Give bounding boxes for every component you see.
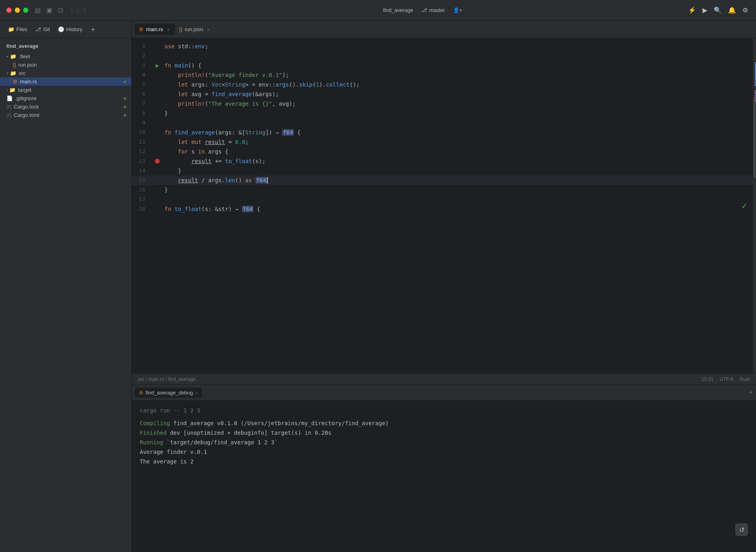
json-icon: {} (13, 62, 16, 68)
gutter-3[interactable]: ▶ (152, 61, 163, 70)
tree-item-gitignore[interactable]: 📄 .gitignore + (0, 94, 131, 103)
code-line-18: 18 fn to_float(s: &str) → f64 { (132, 204, 753, 214)
add-file-icon[interactable]: + (123, 79, 127, 85)
code-line-7: 7 println!("The average is {}", avg); (132, 99, 753, 108)
tree-item-main-rs[interactable]: ⚙ main.rs + (0, 77, 131, 86)
sidebar-toggle-icon[interactable]: ▤ (35, 6, 41, 14)
status-right: 15:31 UTF-8 Rust (701, 377, 750, 382)
tree-item-src[interactable]: ▾ 📁 src (0, 69, 131, 77)
compiling-rest: find_average v0.1.0 (/Users/jetbrains/my… (173, 420, 388, 426)
minimize-button[interactable] (15, 8, 20, 13)
gutter-13[interactable] (152, 159, 163, 164)
json-tab-icon: {} (179, 27, 182, 32)
tree-item-run-json[interactable]: {} run.json (0, 61, 131, 69)
editor-scrollbar[interactable] (753, 38, 756, 373)
chevron-down-icon: ▾ (6, 54, 8, 59)
tree-label-run-json: run.json (18, 62, 37, 68)
breakpoint-marker[interactable] (155, 159, 160, 164)
tree-label-target: target (18, 87, 31, 93)
chevron-down-icon: ▾ (6, 71, 8, 75)
branch-selector[interactable]: ⎇ master (421, 7, 445, 13)
sidebar-tabs: 📁 Files ⎇ Git 🕐 History + (0, 21, 131, 38)
refresh-button[interactable]: ↺ (735, 523, 748, 536)
status-bar: src / main.rs / find_average 15:31 UTF-8… (132, 373, 756, 384)
close-tab-run-json[interactable]: × (206, 27, 211, 32)
tree-label-main-rs: main.rs (20, 79, 37, 85)
line-content-3: fn main() { (163, 61, 753, 70)
user-menu[interactable]: 👤+ (453, 7, 463, 13)
line-num-2: 2 (132, 51, 152, 61)
bell-icon[interactable]: 🔔 (728, 6, 736, 14)
line-content-16: } (163, 185, 753, 195)
sidebar-tree: find_average ▾ 📁 .fleet {} run.json ▾ 📁 … (0, 38, 131, 552)
traffic-lights (6, 8, 28, 13)
close-button[interactable] (6, 8, 12, 13)
line-num-12: 12 (132, 147, 152, 156)
terminal-tab-icon: ⚙ (139, 390, 143, 396)
terminal-line-compiling: Compiling find_average v0.1.0 (/Users/je… (140, 418, 748, 428)
folder-icon: 📁 (10, 70, 16, 76)
line-num-1: 1 (132, 41, 152, 51)
line-content-4: println!("Average finder v.0.1"); (163, 70, 753, 80)
settings-icon[interactable]: ⚙ (742, 6, 748, 14)
line-content-5: let args: Vec<String> = env::args().skip… (163, 80, 753, 89)
add-icon[interactable]: + (123, 95, 127, 102)
close-terminal-tab[interactable]: × (196, 390, 198, 395)
project-root: find_average (0, 41, 131, 51)
lightning-icon[interactable]: ⚡ (688, 6, 696, 14)
bottom-panel-icon[interactable]: ▣ (46, 6, 52, 14)
terminal-line-running: Running `target/debug/find_average 1 2 3… (140, 438, 748, 447)
terminal-tabs: ⚙ find_average_debug × + (132, 385, 756, 401)
run-button[interactable]: ▶ (703, 6, 707, 14)
terminal-tab-debug[interactable]: ⚙ find_average_debug × (135, 388, 202, 398)
tree-item-cargo-lock[interactable]: [T] Cargo.lock + (0, 103, 131, 111)
add-terminal-button[interactable]: + (748, 388, 753, 397)
terminal-output-1: Average finder v.0.1 (140, 447, 748, 457)
code-line-2: 2 (132, 51, 753, 61)
maximize-button[interactable] (23, 8, 28, 13)
add-tab-button[interactable]: + (89, 25, 97, 34)
run-gutter-icon[interactable]: ▶ (156, 61, 159, 70)
tree-item-cargo-toml[interactable]: [T] Cargo.toml + (0, 111, 131, 119)
line-num-17: 17 (132, 195, 152, 204)
code-line-9: 9 (132, 118, 753, 128)
line-num-18: 18 (132, 204, 152, 214)
git-icon: ⎇ (35, 26, 41, 32)
code-line-13: 13 result += to_float(s); (132, 156, 753, 166)
tree-item-fleet[interactable]: ▾ 📁 .fleet (0, 52, 131, 61)
tree-item-target[interactable]: › 📁 target (0, 86, 131, 94)
line-content-6: let avg = find_average(&args); (163, 89, 753, 99)
running-rest: `target/debug/find_average 1 2 3` (166, 439, 277, 446)
line-num-15: 15 (132, 175, 152, 185)
scrollbar-thumb[interactable] (754, 98, 755, 178)
folder-icon: 📁 (9, 87, 16, 93)
line-content-7: println!("The average is {}", avg); (163, 99, 753, 108)
editor-tab-main-rs[interactable]: ⚙ main.rs × (135, 24, 175, 35)
file-language: Rust (740, 377, 750, 382)
add-icon[interactable]: + (123, 104, 127, 110)
sidebar-tab-git[interactable]: ⎇ Git (32, 25, 53, 34)
code-line-12: 12 for s in args { (132, 147, 753, 156)
line-content-13: result += to_float(s); (163, 156, 753, 166)
titlebar-center: find_average ⎇ master 👤+ (96, 7, 750, 13)
line-num-4: 4 (132, 70, 152, 80)
editor-tab-run-json[interactable]: {} run.json × (175, 24, 215, 35)
finished-rest: dev [unoptimized + debuginfo] target(s) … (170, 430, 332, 436)
sidebar-tab-history[interactable]: 🕐 History (55, 25, 85, 34)
code-editor[interactable]: 1 use std::env; 2 3 ▶ fn main() { (132, 38, 753, 373)
tree-label-cargo-toml: Cargo.toml (14, 112, 40, 118)
editor-area: ⚙ main.rs × {} run.json × 1 use std::env… (132, 21, 756, 552)
sidebar-tab-files[interactable]: 📁 Files (5, 25, 30, 34)
terminal-panel: ⚙ find_average_debug × + cargo run -- 1 … (132, 384, 756, 552)
line-num-6: 6 (132, 89, 152, 99)
search-icon[interactable]: 🔍 (714, 6, 722, 14)
close-tab-main-rs[interactable]: × (166, 27, 171, 32)
grid-icon[interactable]: ⋮⋮⋮ (69, 6, 88, 14)
code-line-11: 11 let mut result = 0.0; (132, 137, 753, 147)
rust-tab-icon: ⚙ (139, 26, 144, 32)
split-editor-icon[interactable]: ⊡ (58, 6, 63, 14)
code-line-16: 16 } (132, 185, 753, 195)
add-icon[interactable]: + (123, 112, 127, 118)
editor-tabs: ⚙ main.rs × {} run.json × (132, 21, 756, 38)
line-num-5: 5 (132, 80, 152, 89)
